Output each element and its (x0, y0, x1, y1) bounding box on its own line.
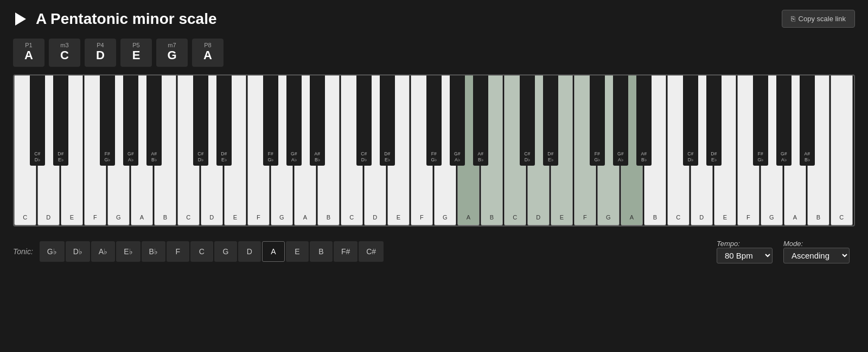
tonic-key-Eflat[interactable]: E♭ (116, 241, 140, 262)
interval-note: D (92, 48, 108, 62)
tempo-label: Tempo: (717, 240, 740, 248)
scale-title: A Pentatonic minor scale (36, 10, 217, 28)
share-icon: ⎘ (791, 15, 795, 23)
tonic-key-D[interactable]: D (238, 241, 261, 262)
black-key-D#5[interactable]: D#E♭ (543, 76, 558, 166)
black-key-D#3[interactable]: D#E♭ (216, 76, 232, 166)
black-key-F#3[interactable]: F#G♭ (263, 76, 278, 166)
tonic-key-A[interactable]: A (262, 241, 285, 262)
tonic-keys: G♭D♭A♭E♭B♭FCGDAEBF#C# (40, 241, 384, 262)
interval-badge: P5E (120, 39, 152, 67)
black-key-C#2[interactable]: C#D♭ (30, 76, 45, 166)
tonic-key-E[interactable]: E (286, 241, 309, 262)
interval-note: G (164, 48, 180, 62)
interval-label: m3 (56, 42, 73, 48)
black-key-D#6[interactable]: D#E♭ (706, 76, 722, 166)
black-key-F#4[interactable]: F#G♭ (426, 76, 442, 166)
copy-scale-link-button[interactable]: ⎘ Copy scale link (782, 10, 855, 28)
piano-container: CDEFGABCDEFGABCDEFGABCDEFGABCDEFGABCC#D♭… (0, 74, 868, 227)
black-key-A#2[interactable]: A#B♭ (146, 76, 162, 166)
tonic-key-F[interactable]: F (167, 241, 189, 262)
interval-note: E (128, 48, 144, 62)
tonic-key-G[interactable]: G (214, 241, 237, 262)
interval-badge: P1A (13, 39, 44, 67)
black-key-G#4[interactable]: G#A♭ (450, 76, 465, 166)
tonic-key-Aflat[interactable]: A♭ (91, 241, 115, 262)
mode-select[interactable]: Ascending Descending Both (783, 248, 850, 263)
black-key-F#5[interactable]: F#G♭ (590, 76, 605, 166)
play-icon (15, 12, 26, 26)
interval-label: P8 (200, 42, 216, 48)
tonic-key-Fsharp[interactable]: F# (334, 241, 358, 262)
black-key-A#3[interactable]: A#B♭ (310, 76, 325, 166)
black-key-C#4[interactable]: C#D♭ (356, 76, 372, 166)
piano[interactable]: CDEFGABCDEFGABCDEFGABCDEFGABCDEFGABCC#D♭… (13, 74, 855, 227)
header: A Pentatonic minor scale ⎘ Copy scale li… (0, 0, 868, 33)
tonic-key-B[interactable]: B (310, 241, 333, 262)
tonic-key-Csharp[interactable]: C# (359, 241, 384, 262)
interval-badge: m3C (49, 39, 80, 67)
black-key-G#6[interactable]: G#A♭ (776, 76, 792, 166)
black-key-F#2[interactable]: F#G♭ (100, 76, 115, 166)
bottom-row: Tonic: G♭D♭A♭E♭B♭FCGDAEBF#C# Tempo: 80 B… (0, 235, 868, 268)
interval-label: P1 (21, 42, 37, 48)
interval-badge: P8A (192, 39, 224, 67)
interval-label: P4 (92, 42, 108, 48)
interval-label: m7 (164, 42, 180, 48)
interval-note: A (21, 48, 37, 62)
black-key-G#2[interactable]: G#A♭ (123, 76, 138, 166)
tonic-key-Bflat[interactable]: B♭ (142, 241, 165, 262)
interval-note: C (56, 48, 73, 62)
mode-label: Mode: (783, 240, 803, 248)
black-key-D#4[interactable]: D#E♭ (380, 76, 395, 166)
black-key-C#5[interactable]: C#D♭ (520, 76, 535, 166)
tonic-label: Tonic: (13, 247, 33, 256)
black-key-C#6[interactable]: C#D♭ (683, 76, 698, 166)
tonic-key-Gflat[interactable]: G♭ (40, 241, 65, 262)
black-key-F#6[interactable]: F#G♭ (753, 76, 768, 166)
black-key-D#2[interactable]: D#E♭ (53, 76, 68, 166)
interval-badge: P4D (85, 39, 116, 67)
tonic-key-C[interactable]: C (190, 241, 213, 262)
intervals-row: P1Am3CP4DP5Em7GP8A (0, 33, 868, 74)
tempo-select[interactable]: 80 Bpm 60 Bpm 100 Bpm 120 Bpm (717, 248, 773, 263)
black-key-A#4[interactable]: A#B♭ (473, 76, 488, 166)
settings-bar: Tempo: 80 Bpm 60 Bpm 100 Bpm 120 Bpm Mod… (717, 240, 855, 263)
black-key-G#5[interactable]: G#A♭ (613, 76, 628, 166)
mode-group: Mode: Ascending Descending Both (783, 240, 850, 263)
play-button[interactable] (13, 11, 28, 27)
black-key-A#5[interactable]: A#B♭ (636, 76, 652, 166)
black-key-C#3[interactable]: C#D♭ (193, 76, 208, 166)
black-key-A#6[interactable]: A#B♭ (800, 76, 815, 166)
title-area: A Pentatonic minor scale (13, 10, 217, 28)
tonic-section: Tonic: G♭D♭A♭E♭B♭FCGDAEBF#C# (13, 241, 384, 262)
tempo-group: Tempo: 80 Bpm 60 Bpm 100 Bpm 120 Bpm (717, 240, 773, 263)
interval-label: P5 (128, 42, 144, 48)
black-key-G#3[interactable]: G#A♭ (286, 76, 302, 166)
interval-badge: m7G (156, 39, 188, 67)
white-key-C7[interactable]: C (831, 76, 853, 225)
tonic-key-Dflat[interactable]: D♭ (66, 241, 90, 262)
interval-note: A (200, 48, 216, 62)
